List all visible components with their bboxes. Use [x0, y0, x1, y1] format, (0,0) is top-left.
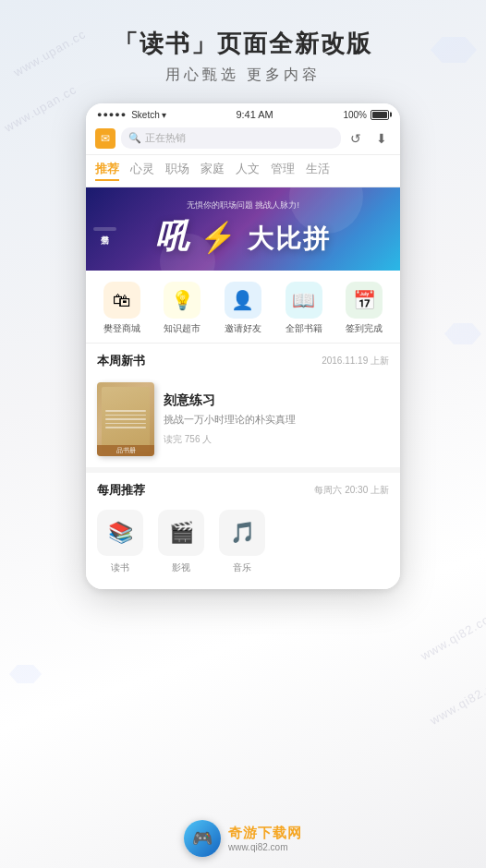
shop-label: 樊登商城: [103, 322, 140, 335]
books-label: 全部书籍: [286, 322, 322, 335]
book-cover: 品书册: [97, 382, 154, 456]
battery-icon: [371, 110, 389, 120]
history-button[interactable]: ↺: [346, 129, 365, 148]
tab-career[interactable]: 职场: [165, 161, 189, 181]
bottom-badge-text: 奇游下载网 www.qi82.com: [228, 825, 302, 852]
book-line-1: [105, 410, 146, 412]
battery-area: 100%: [343, 110, 389, 120]
video-icon: 🎬: [158, 510, 204, 556]
book-line-4: [105, 423, 146, 425]
banner-main-text: 吼 ⚡ 大比拼: [155, 214, 331, 259]
new-books-title: 本周新书: [97, 353, 145, 369]
tab-soul[interactable]: 心灵: [130, 161, 154, 181]
wifi-icon: ▾: [162, 110, 166, 120]
new-books-date: 2016.11.19 上新: [322, 355, 389, 368]
bottom-badge-main-text: 奇游下载网: [228, 825, 302, 842]
signal-dots: ●●●●●: [97, 110, 127, 119]
battery-percent: 100%: [343, 110, 367, 120]
book-line-5: [105, 427, 146, 428]
phone-mockup: ●●●●● Sketch ▾ 9:41 AM 100% ✉ 🔍 正在热销: [86, 103, 400, 589]
book-line-3: [105, 418, 146, 420]
weekly-item-video[interactable]: 🎬 影视: [158, 510, 204, 574]
tab-management[interactable]: 管理: [271, 161, 295, 181]
invite-label: 邀请好友: [225, 322, 261, 335]
carrier-name: Sketch: [131, 110, 160, 120]
hero-section: 「读书」页面全新改版 用心甄选 更多内容: [114, 28, 372, 85]
invite-icon: 👤: [225, 282, 261, 319]
status-bar: ●●●●● Sketch ▾ 9:41 AM 100%: [86, 103, 400, 124]
book-item[interactable]: 品书册 刻意练习 挑战一万小时理论的朴实真理 读完 756 人: [86, 375, 400, 473]
book-title: 刻意练习: [164, 392, 389, 409]
weekly-header: 每周推荐 每周六 20:30 上新: [86, 473, 400, 504]
book-description: 挑战一万小时理论的朴实真理: [164, 413, 389, 427]
banner-section[interactable]: 樊登书店 无惧你的职场问题 挑战人脉力! 吼 ⚡ 大比拼: [86, 187, 400, 271]
header-actions: ↺ ⬇: [346, 129, 391, 148]
book-cover-lines: [105, 410, 146, 428]
search-placeholder: 正在热销: [145, 131, 186, 145]
content-wrapper: 「读书」页面全新改版 用心甄选 更多内容 ●●●●● Sketch ▾ 9:41…: [0, 0, 486, 868]
weekly-item-music[interactable]: 🎵 音乐: [219, 510, 265, 574]
shop-icon: 🛍: [103, 282, 140, 319]
knowledge-label: 知识超市: [164, 322, 200, 335]
mail-icon-symbol: ✉: [101, 132, 110, 145]
signal-area: ●●●●● Sketch ▾: [97, 110, 166, 120]
weekly-items: 📚 读书 🎬 影视 🎵 音乐: [86, 504, 400, 580]
banner-challenge-text: 吼: [155, 217, 190, 255]
battery-fill: [372, 112, 387, 118]
book-stats: 读完 756 人: [164, 433, 389, 446]
app-header: ✉ 🔍 正在热销 ↺ ⬇: [86, 124, 400, 155]
new-books-header: 本周新书 2016.11.19 上新: [86, 344, 400, 375]
music-icon: 🎵: [219, 510, 265, 556]
mail-icon[interactable]: ✉: [95, 128, 115, 149]
bottom-badge: 🎮 奇游下载网 www.qi82.com: [184, 820, 302, 857]
weekly-meta: 每周六 20:30 上新: [314, 484, 389, 497]
time-display: 9:41 AM: [236, 109, 273, 120]
download-button[interactable]: ⬇: [372, 129, 391, 148]
tab-life[interactable]: 生活: [306, 161, 330, 181]
quick-item-checkin[interactable]: 📅 签到完成: [338, 282, 390, 335]
nav-tabs: 推荐 心灵 职场 家庭 人文 管理 生活: [86, 155, 400, 187]
search-icon: 🔍: [128, 132, 141, 144]
hero-subtitle: 用心甄选 更多内容: [114, 66, 372, 85]
reading-label: 读书: [111, 561, 129, 574]
quick-item-knowledge[interactable]: 💡 知识超市: [156, 282, 208, 335]
music-label: 音乐: [233, 561, 251, 574]
tab-culture[interactable]: 人文: [236, 161, 260, 181]
book-cover-badge: 品书册: [97, 445, 154, 456]
search-bar[interactable]: 🔍 正在热销: [121, 127, 341, 149]
hero-title: 「读书」页面全新改版: [114, 28, 372, 60]
weekly-section: 每周推荐 每周六 20:30 上新 📚 读书 🎬 影视 🎵 音乐: [86, 473, 400, 589]
video-label: 影视: [172, 561, 190, 574]
bottom-logo-icon: 🎮: [192, 828, 213, 849]
weekly-item-reading[interactable]: 📚 读书: [97, 510, 143, 574]
book-line-2: [105, 415, 146, 416]
quick-item-shop[interactable]: 🛍 樊登商城: [96, 282, 148, 335]
book-info: 刻意练习 挑战一万小时理论的朴实真理 读完 756 人: [164, 392, 389, 445]
checkin-label: 签到完成: [346, 322, 383, 335]
knowledge-icon: 💡: [164, 282, 200, 319]
book-cover-inner: [102, 387, 150, 452]
quick-icons: 🛍 樊登商城 💡 知识超市 👤 邀请好友 📖 全部书籍 📅 签到完成: [86, 271, 400, 344]
banner-big-text: 大比拼: [248, 224, 331, 253]
banner-lightning: ⚡: [200, 221, 238, 254]
reading-icon: 📚: [97, 510, 143, 556]
quick-item-books[interactable]: 📖 全部书籍: [278, 282, 330, 335]
banner-top-text: 无惧你的职场问题 挑战人脉力!: [155, 199, 331, 211]
tab-family[interactable]: 家庭: [200, 161, 225, 181]
checkin-icon: 📅: [346, 282, 383, 319]
weekly-title: 每周推荐: [97, 482, 145, 499]
banner-content: 无惧你的职场问题 挑战人脉力! 吼 ⚡ 大比拼: [155, 199, 331, 259]
bottom-badge-sub-text: www.qi82.com: [228, 842, 302, 852]
books-icon: 📖: [286, 282, 322, 319]
tab-recommend[interactable]: 推荐: [95, 161, 119, 181]
quick-item-invite[interactable]: 👤 邀请好友: [217, 282, 269, 335]
bottom-badge-logo: 🎮: [184, 820, 221, 857]
